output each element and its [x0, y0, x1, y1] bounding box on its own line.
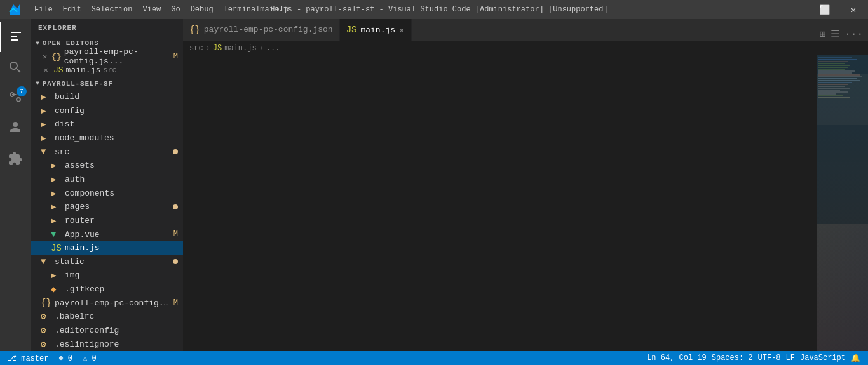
status-bar: ⎇ master ⊗ 0 ⚠ 0 Ln 64, Col 19 Spaces: 2…	[0, 351, 868, 365]
tree-gitkeep[interactable]: ◆ .gitkeep	[31, 282, 183, 296]
window-title: main.js - payroll-self-sf - Visual Studi…	[260, 5, 607, 14]
tree-label-assets: assets	[65, 161, 183, 170]
tree-assets[interactable]: ▶ assets	[31, 159, 183, 173]
tree-app-vue[interactable]: ▼ App.vue M	[31, 227, 183, 241]
status-eol[interactable]: LF	[783, 351, 797, 365]
tree-label-build: build	[55, 92, 183, 102]
minimize-button[interactable]: —	[780, 0, 810, 19]
folder-icon: ▼	[41, 256, 52, 267]
open-editor-item-main[interactable]: ✕ JS main.js src	[31, 63, 183, 77]
file-icon-json: {}	[51, 52, 62, 62]
js-file-icon: JS	[51, 243, 62, 253]
menu-selection[interactable]: Selection	[86, 0, 138, 19]
payroll-config-modified: M	[173, 298, 178, 307]
close-button[interactable]: ✕	[839, 0, 868, 19]
activity-debug[interactable]	[0, 113, 31, 143]
activity-source-control[interactable]: 7	[0, 83, 31, 113]
status-ln-col[interactable]: Ln 64, Col 19	[644, 351, 709, 365]
static-modified-dot	[173, 259, 178, 264]
editor-close-icon[interactable]: ✕	[41, 52, 49, 62]
breadcrumb-js-icon: JS	[213, 44, 222, 53]
folder-icon: ▶	[51, 188, 62, 199]
code-content[interactable]	[215, 55, 817, 351]
tree-label-payroll-config: payroll-emp-pc-config.json	[55, 298, 173, 308]
editor-close-icon-main[interactable]: ✕	[41, 65, 51, 75]
tree-label-components: components	[65, 189, 183, 198]
open-editors-label: OPEN EDITORS	[43, 39, 99, 47]
breadcrumb-symbol[interactable]: ...	[266, 44, 280, 53]
toggle-panel-icon[interactable]: ☰	[831, 28, 839, 41]
modified-dot	[173, 149, 178, 154]
status-spaces[interactable]: Spaces: 2	[709, 351, 756, 365]
title-left: File Edit Selection View Go Debug Termin…	[0, 0, 294, 19]
main-layout: 7 EXPLORER ▼ OPEN EDITORS ✕ {} payroll-e…	[0, 19, 868, 351]
tree-dist[interactable]: ▶ dist	[31, 117, 183, 131]
menu-edit[interactable]: Edit	[58, 0, 86, 19]
tree-src[interactable]: ▼ src	[31, 145, 183, 159]
menu-terminal[interactable]: Terminal	[219, 0, 266, 19]
source-control-badge: 7	[17, 86, 27, 96]
tree-label-pages: pages	[65, 202, 173, 211]
tree-router[interactable]: ▶ router	[31, 214, 183, 228]
tree-editorconfig[interactable]: ⚙ .editorconfig	[31, 324, 183, 338]
folder-icon: ▶	[51, 201, 62, 212]
tree-label-gitkeep: .gitkeep	[65, 284, 183, 294]
folder-icon: ▶	[51, 270, 62, 281]
maximize-button[interactable]: ⬜	[810, 0, 839, 19]
breadcrumb-main-js[interactable]: main.js	[224, 44, 256, 53]
status-language[interactable]: JavaScript	[797, 351, 848, 365]
file-icon-js: JS	[53, 65, 64, 75]
split-editor-icon[interactable]: ⊞	[820, 28, 826, 41]
status-notifications[interactable]: 🔔	[848, 351, 863, 365]
sidebar: EXPLORER ▼ OPEN EDITORS ✕ {} payroll-emp…	[31, 19, 183, 351]
menu-debug[interactable]: Debug	[186, 0, 219, 19]
open-editors-chevron: ▼	[36, 40, 40, 47]
open-editor-label-main: main.js	[66, 65, 101, 75]
tab-close-button[interactable]: ✕	[399, 25, 404, 36]
status-branch[interactable]: ⎇ master	[5, 351, 51, 365]
tree-label-main-js: main.js	[65, 243, 183, 253]
tree-pages[interactable]: ▶ pages	[31, 200, 183, 214]
git-icon: ◆	[51, 284, 62, 295]
tree-eslintignore[interactable]: ⚙ .eslintignore	[31, 337, 183, 351]
window-controls: — ⬜ ✕	[780, 0, 868, 19]
tab-label-main: main.js	[360, 25, 395, 35]
status-encoding[interactable]: UTF-8	[756, 351, 783, 365]
tab-config-json[interactable]: {} payroll-emp-pc-config.json	[183, 19, 340, 41]
tree-main-js[interactable]: JS main.js	[31, 241, 183, 255]
tree-label-eslintignore: .eslintignore	[55, 340, 183, 349]
tree-config[interactable]: ▶ config	[31, 103, 183, 117]
menu-file[interactable]: File	[29, 0, 58, 19]
open-editor-path: src	[103, 66, 117, 75]
tree-babelrc[interactable]: ⚙ .babelrc	[31, 310, 183, 324]
open-editor-item-config[interactable]: ✕ {} payroll-emp-pc-config.js... M	[31, 50, 183, 63]
status-warnings[interactable]: ⚠ 0	[80, 351, 99, 365]
vue-file-icon: ▼	[51, 229, 62, 239]
tree-label-babelrc: .babelrc	[55, 312, 183, 321]
tab-label-config: payroll-emp-pc-config.json	[204, 25, 333, 34]
tree-label-auth: auth	[65, 175, 183, 184]
folder-icon: ▶	[41, 105, 52, 116]
tree-payroll-config[interactable]: {} payroll-emp-pc-config.json M	[31, 296, 183, 310]
tree-static[interactable]: ▼ static	[31, 255, 183, 269]
activity-explorer[interactable]	[0, 22, 31, 52]
tree-build[interactable]: ▶ build	[31, 90, 183, 104]
activity-search[interactable]	[0, 52, 31, 83]
menu-view[interactable]: View	[137, 0, 166, 19]
tab-icon-js: JS	[346, 25, 357, 35]
tab-main-js[interactable]: JS main.js ✕	[340, 19, 412, 41]
breadcrumb-src[interactable]: src	[189, 44, 203, 53]
project-header[interactable]: ▼ PAYROLL-SELF-SF	[31, 77, 183, 90]
tree-auth[interactable]: ▶ auth	[31, 173, 183, 187]
folder-icon: ▶	[51, 160, 62, 171]
menu-go[interactable]: Go	[166, 0, 185, 19]
status-errors[interactable]: ⊗ 0	[56, 351, 75, 365]
project-label: PAYROLL-SELF-SF	[43, 80, 113, 88]
tree-img[interactable]: ▶ img	[31, 269, 183, 282]
folder-icon: ▶	[41, 133, 52, 143]
tree-node-modules[interactable]: ▶ node_modules	[31, 131, 183, 145]
editor-area: {} payroll-emp-pc-config.json JS main.js…	[183, 19, 868, 351]
more-actions-icon[interactable]: ···	[844, 29, 863, 40]
tree-components[interactable]: ▶ components	[31, 186, 183, 200]
activity-extensions[interactable]	[0, 143, 31, 174]
